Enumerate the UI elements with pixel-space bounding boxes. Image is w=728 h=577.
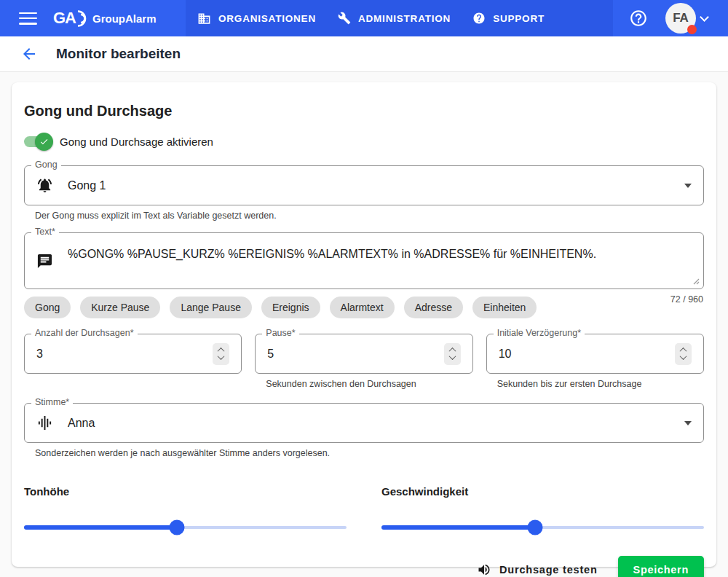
- voice-select[interactable]: Stimme* Anna: [24, 403, 704, 443]
- pause-col: Pause* Sekunden zwischen den Durchsagen: [255, 334, 472, 389]
- gong-field-wrap: Gong Gong 1 Der Gong muss explizit im Te…: [24, 165, 704, 221]
- announcements-field[interactable]: Anzahl der Durchsagen*: [24, 334, 242, 374]
- text-field-wrap: Text* %GONG% %PAUSE_KURZ% %EREIGNIS% %AL…: [24, 232, 704, 289]
- nav-label: SUPPORT: [493, 13, 545, 24]
- announcements-label: Anzahl der Durchsagen*: [31, 328, 138, 338]
- dropdown-arrow-icon: [684, 184, 692, 188]
- page-title: Monitor bearbeiten: [56, 46, 181, 62]
- topbar-nav-section: ORGANISATIONEN ADMINISTRATION SUPPORT: [186, 0, 613, 36]
- chevron-down-icon: [700, 12, 709, 22]
- speed-slider-fill: [381, 525, 535, 530]
- avatar-initials: FA: [673, 11, 689, 25]
- nav-item-administration[interactable]: ADMINISTRATION: [338, 12, 451, 25]
- initial-delay-field[interactable]: Initiale Verzögerung*: [486, 334, 704, 374]
- nav-item-organisationen[interactable]: ORGANISATIONEN: [197, 12, 316, 25]
- topbar-brand-section: GA GroupAlarm: [0, 0, 186, 36]
- resize-handle-icon[interactable]: [693, 278, 700, 285]
- pause-field[interactable]: Pause*: [255, 334, 472, 374]
- hamburger-menu-icon[interactable]: [19, 12, 37, 25]
- initial-delay-label: Initiale Verzögerung*: [494, 328, 585, 338]
- gong-field-label: Gong: [31, 160, 61, 170]
- page: GA GroupAlarm ORGANISATIONEN ADMINISTRAT: [0, 0, 728, 577]
- hamburger-bar: [19, 17, 37, 20]
- notification-dot: [687, 25, 697, 34]
- gong-select[interactable]: Gong Gong 1: [24, 165, 704, 205]
- bell-icon: [36, 177, 53, 194]
- topbar-user-section: FA: [613, 0, 728, 36]
- chip-alarmtext[interactable]: Alarmtext: [330, 297, 395, 318]
- logo-monogram: GA: [53, 9, 76, 28]
- speed-slider[interactable]: [381, 520, 704, 535]
- announcements-stepper[interactable]: [213, 343, 229, 365]
- gong-helper-text: Der Gong muss explizit im Text als Varia…: [35, 211, 704, 221]
- chip-kurze-pause[interactable]: Kurze Pause: [80, 297, 160, 318]
- save-button[interactable]: Speichern: [618, 556, 704, 577]
- hamburger-bar: [19, 23, 37, 25]
- card-actions: Durchsage testen Speichern: [24, 556, 704, 577]
- message-icon: [36, 253, 53, 270]
- activate-toggle-label: Gong und Durchsage aktivieren: [60, 136, 213, 148]
- pitch-slider[interactable]: [24, 520, 347, 535]
- initial-delay-helper-text: Sekunden bis zur ersten Durchsage: [497, 379, 704, 389]
- hamburger-bar: [19, 12, 37, 15]
- initial-delay-col: Initiale Verzögerung* Sekunden bis zur e…: [486, 334, 704, 389]
- chip-adresse[interactable]: Adresse: [404, 297, 463, 318]
- wrench-icon: [338, 12, 351, 25]
- groupalarm-logo[interactable]: GA GroupAlarm: [53, 9, 157, 28]
- character-counter: 72 / 960: [670, 294, 703, 305]
- section-title: Gong und Durchsage: [24, 103, 704, 119]
- pause-stepper[interactable]: [444, 343, 461, 365]
- toggle-thumb: [35, 133, 53, 151]
- voice-field-label: Stimme*: [31, 397, 73, 407]
- activate-toggle[interactable]: [24, 136, 51, 147]
- activate-toggle-row: Gong und Durchsage aktivieren: [24, 136, 704, 148]
- back-arrow-icon[interactable]: [20, 45, 38, 63]
- speed-slider-thumb[interactable]: [527, 520, 542, 535]
- dropdown-arrow-icon: [684, 421, 692, 425]
- stepper-down-icon: [218, 353, 225, 360]
- voice-waveform-icon: [36, 415, 53, 431]
- logo-arcs-icon: [76, 9, 87, 28]
- initial-delay-input[interactable]: [499, 348, 634, 361]
- pitch-slider-fill: [24, 525, 177, 530]
- chip-ereignis[interactable]: Ereignis: [261, 297, 320, 318]
- variable-chips-row: Gong Kurze Pause Lange Pause Ereignis Al…: [24, 297, 704, 318]
- pitch-col: Tonhöhe: [24, 485, 347, 535]
- stepper-down-icon: [680, 353, 687, 360]
- test-announcement-button[interactable]: Durchsage testen: [477, 562, 597, 577]
- top-navigation-bar: GA GroupAlarm ORGANISATIONEN ADMINISTRAT: [0, 0, 728, 36]
- pause-helper-text: Sekunden zwischen den Durchsagen: [266, 379, 472, 389]
- nav-label: ORGANISATIONEN: [218, 13, 316, 24]
- page-header: Monitor bearbeiten: [0, 36, 728, 72]
- announcements-col: Anzahl der Durchsagen*: [24, 334, 242, 389]
- gong-select-value: Gong 1: [68, 179, 106, 192]
- text-field-label: Text*: [31, 227, 59, 237]
- help-outline-icon[interactable]: [629, 9, 648, 28]
- nav-item-support[interactable]: SUPPORT: [472, 12, 545, 25]
- user-menu[interactable]: FA: [665, 3, 708, 34]
- initial-delay-stepper[interactable]: [675, 343, 692, 365]
- test-button-label: Durchsage testen: [499, 564, 597, 576]
- pitch-label: Tonhöhe: [24, 485, 347, 498]
- nav-label: ADMINISTRATION: [358, 13, 451, 24]
- text-input-value: %GONG% %PAUSE_KURZ% %EREIGNIS% %ALARMTEX…: [68, 246, 618, 262]
- check-icon: [39, 137, 49, 146]
- voice-select-value: Anna: [68, 417, 95, 430]
- pause-label: Pause*: [262, 328, 298, 338]
- chip-lange-pause[interactable]: Lange Pause: [170, 297, 252, 318]
- chip-gong[interactable]: Gong: [24, 297, 71, 318]
- voice-helper-text: Sonderzeichen werden je nach ausgewählte…: [35, 448, 704, 458]
- help-filled-icon: [472, 12, 486, 25]
- sliders-row: Tonhöhe Geschwindigkeit: [24, 485, 704, 535]
- voice-field-wrap: Stimme* Anna Sonderzeichen werden je nac…: [24, 403, 704, 458]
- avatar: FA: [665, 3, 696, 34]
- pitch-slider-thumb[interactable]: [170, 520, 185, 535]
- text-input[interactable]: Text* %GONG% %PAUSE_KURZ% %EREIGNIS% %AL…: [24, 232, 704, 289]
- speed-col: Geschwindigkeit: [381, 485, 704, 535]
- speaker-icon: [477, 562, 491, 577]
- stepper-down-icon: [448, 353, 456, 360]
- pause-input[interactable]: [267, 348, 403, 361]
- number-fields-row: Anzahl der Durchsagen* Pause*: [24, 334, 704, 389]
- chip-einheiten[interactable]: Einheiten: [472, 297, 537, 318]
- announcements-input[interactable]: [36, 348, 172, 361]
